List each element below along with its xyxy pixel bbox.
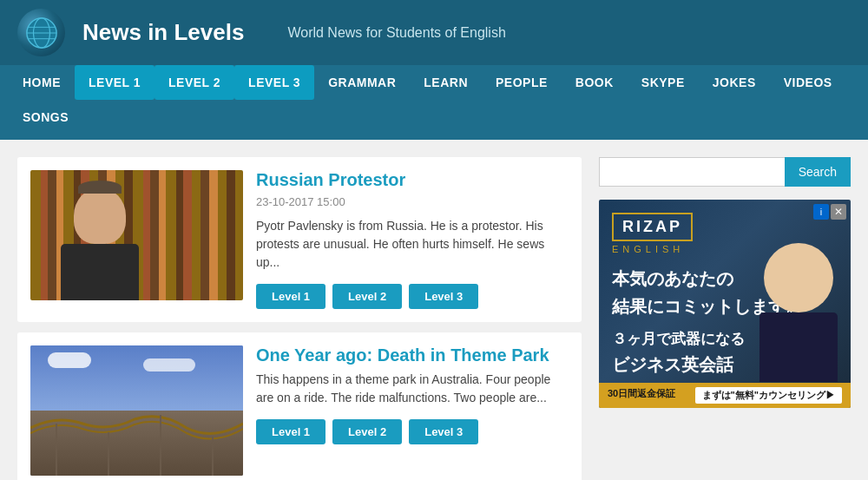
articles-list: Russian Protestor 23-10-2017 15:00 Pyotr… — [17, 157, 582, 480]
nav-level1[interactable]: LEVEL 1 — [75, 65, 155, 100]
level2-button[interactable]: Level 2 — [332, 284, 402, 309]
nav-videos[interactable]: VIDEOS — [770, 65, 846, 100]
nav-people[interactable]: PEOPLE — [482, 65, 562, 100]
ad-cta[interactable]: まずは"無料"カウンセリング▶ — [695, 387, 842, 404]
search-box: Search — [599, 157, 851, 187]
ad-bottom-bar: 30日間返金保証 まずは"無料"カウンセリング▶ — [599, 383, 851, 408]
nav-home[interactable]: HOME — [9, 65, 75, 100]
article-card: Russian Protestor 23-10-2017 15:00 Pyotr… — [17, 157, 582, 322]
nav-level2[interactable]: LEVEL 2 — [155, 65, 234, 100]
nav-songs[interactable]: SONGS — [9, 100, 82, 135]
search-button[interactable]: Search — [785, 157, 851, 187]
article-title-1[interactable]: Russian Protestor — [256, 170, 569, 190]
main-layout: Russian Protestor 23-10-2017 15:00 Pyotr… — [0, 140, 868, 480]
level3-button-2[interactable]: Level 3 — [409, 419, 478, 444]
site-header: News in Levels World News for Students o… — [0, 0, 868, 65]
ad-logo: RIZAP — [612, 213, 693, 241]
ad-person — [755, 243, 842, 382]
nav-row-1: HOME LEVEL 1 LEVEL 2 LEVEL 3 GRAMMAR LEA… — [9, 65, 846, 100]
nav-level3[interactable]: LEVEL 3 — [234, 65, 314, 100]
ad-sub: ENGLISH — [612, 244, 684, 254]
ad-info-icon[interactable]: i — [813, 204, 829, 220]
level1-button-2[interactable]: Level 1 — [256, 419, 326, 444]
nav-bar: HOME LEVEL 1 LEVEL 2 LEVEL 3 GRAMMAR LEA… — [0, 65, 868, 100]
article-excerpt-1: Pyotr Pavlensky is from Russia. He is a … — [256, 217, 569, 272]
article-levels-1: Level 1 Level 2 Level 3 — [256, 284, 569, 309]
site-tagline: World News for Students of English — [287, 25, 505, 41]
article-card-2: One Year ago: Death in Theme Park This h… — [17, 332, 582, 480]
nav-learn[interactable]: LEARN — [410, 65, 482, 100]
nav-jokes[interactable]: JOKES — [699, 65, 770, 100]
ad-close-icon[interactable]: ✕ — [831, 204, 846, 220]
article-info-1: Russian Protestor 23-10-2017 15:00 Pyotr… — [256, 170, 569, 309]
article-thumb-2 — [30, 345, 243, 476]
site-logo[interactable] — [17, 9, 65, 56]
article-date-1: 23-10-2017 15:00 — [256, 195, 569, 208]
nav-skype[interactable]: SKYPE — [628, 65, 699, 100]
article-levels-2: Level 1 Level 2 Level 3 — [256, 419, 569, 444]
article-excerpt-2: This happens in a theme park in Australi… — [256, 371, 569, 407]
level2-button-2[interactable]: Level 2 — [332, 419, 402, 444]
nav-row-2: SONGS — [0, 100, 868, 140]
sidebar: Search i ✕ RIZAP ENGLISH 本気のあなたの 結果にコミット… — [599, 157, 851, 480]
level3-button[interactable]: Level 3 — [409, 284, 478, 309]
nav-grammar[interactable]: GRAMMAR — [314, 65, 410, 100]
article-thumb-1 — [30, 170, 243, 300]
ad-guarantee: 30日間返金保証 — [608, 387, 675, 404]
nav-book[interactable]: BOOK — [562, 65, 628, 100]
search-input[interactable] — [599, 157, 785, 187]
article-title-2[interactable]: One Year ago: Death in Theme Park — [256, 345, 569, 365]
ad-inner: i ✕ RIZAP ENGLISH 本気のあなたの 結果にコミットします。 ３ヶ… — [599, 200, 851, 408]
site-title: News in Levels — [82, 19, 244, 46]
level1-button[interactable]: Level 1 — [256, 284, 326, 309]
article-image-1 — [48, 187, 152, 300]
ad-banner: i ✕ RIZAP ENGLISH 本気のあなたの 結果にコミットします。 ３ヶ… — [599, 200, 851, 408]
article-info-2: One Year ago: Death in Theme Park This h… — [256, 345, 569, 476]
